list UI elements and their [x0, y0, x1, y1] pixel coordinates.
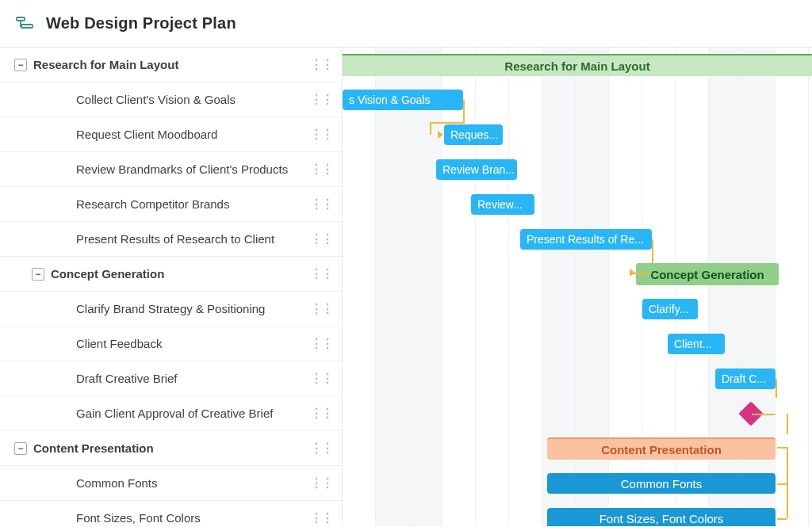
- task-tree: −Research for Main LayoutCollect Client'…: [0, 48, 343, 526]
- row-label: Font Sizes, Font Colors: [76, 511, 201, 525]
- content: −Research for Main LayoutCollect Client'…: [0, 47, 812, 526]
- tree-task-row[interactable]: Collect Client's Vision & Goals: [0, 82, 342, 117]
- row-label: Common Fonts: [76, 476, 158, 490]
- row-label: Concept Generation: [51, 267, 164, 281]
- row-label: Content Presentation: [33, 441, 154, 455]
- gantt-phase-bar[interactable]: Research for Main Layout: [343, 54, 812, 76]
- tree-task-row[interactable]: Present Results of Research to Client: [0, 222, 342, 257]
- gantt-row: [343, 292, 812, 327]
- gantt-row: [343, 327, 812, 361]
- collapse-toggle[interactable]: −: [14, 442, 27, 455]
- gantt-chart[interactable]: Research for Main Layouts Vision & Goals…: [343, 48, 812, 526]
- project-icon: [16, 15, 35, 32]
- svg-rect-1: [21, 25, 33, 28]
- collapse-toggle[interactable]: −: [14, 59, 27, 71]
- gantt-task-bar[interactable]: Common Fonts: [547, 473, 776, 494]
- gantt-phase-bar[interactable]: Content Presentation: [547, 437, 776, 460]
- row-label: Clarify Brand Strategy & Positioning: [76, 302, 265, 315]
- row-label: Draft Creative Brief: [76, 372, 178, 385]
- gantt-task-bar[interactable]: Present Results of Re...: [520, 229, 652, 250]
- header: Web Design Project Plan: [0, 0, 812, 47]
- tree-task-row[interactable]: Research Competitor Brands: [0, 187, 342, 222]
- gantt-rows: Research for Main Layouts Vision & Goals…: [343, 48, 812, 526]
- row-label: Gain Client Approval of Creative Brief: [76, 407, 273, 420]
- tree-task-row[interactable]: Font Sizes, Font Colors: [0, 501, 342, 526]
- row-label: Collect Client's Vision & Goals: [76, 93, 236, 106]
- collapse-toggle[interactable]: −: [32, 268, 44, 281]
- tree-phase-row[interactable]: −Research for Main Layout: [0, 48, 342, 82]
- tree-phase-row[interactable]: −Concept Generation: [0, 257, 342, 292]
- row-label: Research for Main Layout: [33, 58, 178, 71]
- tree-task-row[interactable]: Common Fonts: [0, 466, 342, 501]
- tree-task-row[interactable]: Draft Creative Brief: [0, 361, 342, 396]
- gantt-task-bar[interactable]: Client...: [668, 334, 725, 354]
- svg-rect-0: [17, 17, 25, 21]
- gantt-row: [343, 187, 812, 222]
- gantt-task-bar[interactable]: Review Bran...: [436, 159, 517, 180]
- row-label: Request Client Moodboard: [76, 128, 217, 141]
- gantt-row: [343, 152, 812, 187]
- page-title: Web Design Project Plan: [46, 14, 236, 32]
- tree-phase-row[interactable]: −Content Presentation: [0, 431, 342, 466]
- tree-task-row[interactable]: Clarify Brand Strategy & Positioning: [0, 292, 342, 327]
- gantt-task-bar[interactable]: s Vision & Goals: [343, 90, 463, 110]
- tree-task-row[interactable]: Request Client Moodboard: [0, 117, 342, 152]
- gantt-task-bar[interactable]: Review...: [471, 194, 534, 215]
- gantt-phase-bar[interactable]: Concept Generation: [636, 263, 779, 285]
- row-label: Review Brandmarks of Client's Products: [76, 162, 288, 176]
- row-label: Client Feedback: [76, 337, 162, 350]
- gantt-task-bar[interactable]: Font Sizes, Font Colors: [547, 508, 776, 526]
- tree-task-row[interactable]: Gain Client Approval of Creative Brief: [0, 396, 342, 431]
- gantt-task-bar[interactable]: Reques...: [444, 124, 503, 145]
- gantt-row: [343, 117, 812, 152]
- row-label: Present Results of Research to Client: [76, 232, 274, 246]
- tree-task-row[interactable]: Review Brandmarks of Client's Products: [0, 152, 342, 187]
- gantt-task-bar[interactable]: Draft C...: [715, 369, 776, 389]
- tree-task-row[interactable]: Client Feedback: [0, 327, 342, 361]
- row-label: Research Competitor Brands: [76, 197, 229, 211]
- gantt-task-bar[interactable]: Clarify...: [642, 299, 698, 319]
